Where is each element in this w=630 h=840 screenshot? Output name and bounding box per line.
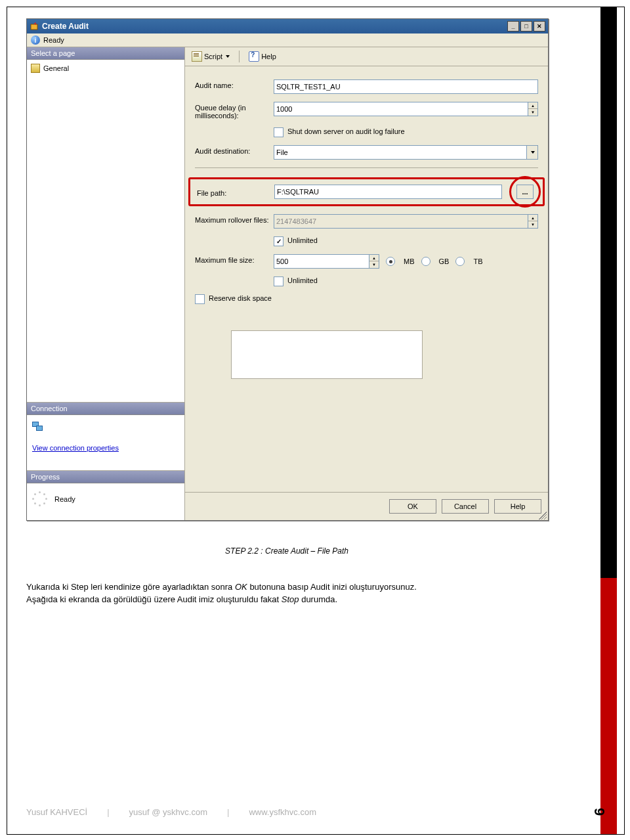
ok-button[interactable]: OK bbox=[389, 499, 436, 514]
chevron-down-icon bbox=[226, 55, 230, 58]
shutdown-label: Shut down server on audit log failure bbox=[287, 127, 405, 135]
footer-email: yusuf @ yskhvc.com bbox=[129, 807, 207, 817]
titlebar[interactable]: Create Audit _ □ ✕ bbox=[27, 19, 548, 33]
dest-label: Audit destination: bbox=[195, 145, 274, 155]
connection-header: Connection bbox=[27, 403, 184, 415]
script-button[interactable]: Script bbox=[189, 50, 232, 63]
right-pane: Script Help Audit name: Queue delay (in … bbox=[185, 47, 548, 520]
max-rollover-label: Maximum rollover files: bbox=[195, 214, 274, 224]
cancel-button[interactable]: Cancel bbox=[442, 499, 489, 514]
dest-combo-btn[interactable] bbox=[527, 145, 538, 160]
help-icon bbox=[249, 51, 259, 62]
unlimited-rollover-checkbox[interactable] bbox=[274, 236, 284, 246]
progress-label: Ready bbox=[54, 495, 75, 503]
toolbar-sep bbox=[239, 51, 240, 62]
filepath-label: File path: bbox=[197, 187, 274, 197]
radio-tb[interactable] bbox=[455, 257, 465, 266]
unlimited-size-label: Unlimited bbox=[287, 276, 318, 284]
blank-box bbox=[231, 330, 423, 379]
spinner-icon bbox=[32, 491, 48, 507]
status-text: Ready bbox=[43, 36, 64, 44]
right-stripe-black bbox=[600, 7, 617, 578]
queue-delay-label: Queue delay (in milliseconds): bbox=[195, 102, 274, 120]
browse-circle: ... bbox=[509, 176, 541, 208]
radio-gb[interactable] bbox=[421, 257, 430, 266]
audit-icon bbox=[30, 22, 39, 31]
audit-name-label: Audit name: bbox=[195, 79, 274, 89]
sidebar-item-general[interactable]: General bbox=[30, 62, 182, 74]
max-rollover-input bbox=[274, 214, 528, 229]
reserve-checkbox[interactable] bbox=[195, 294, 205, 304]
close-button[interactable]: ✕ bbox=[534, 21, 545, 32]
max-file-label: Maximum file size: bbox=[195, 254, 274, 264]
create-audit-dialog: Create Audit _ □ ✕ i Ready Select a page… bbox=[26, 18, 549, 521]
browse-button[interactable]: ... bbox=[516, 185, 534, 199]
help-button[interactable]: Help bbox=[246, 50, 279, 63]
footer: Yusuf KAHVECİ | yusuf @ yskhvc.com | www… bbox=[26, 803, 604, 820]
page-list: General bbox=[27, 60, 184, 402]
maxfile-spin[interactable]: ▲▼ bbox=[369, 254, 379, 269]
maximize-button[interactable]: □ bbox=[520, 21, 532, 32]
minimize-button[interactable]: _ bbox=[507, 21, 519, 32]
connection-panel: Connection View connection properties bbox=[27, 402, 184, 470]
reserve-label: Reserve disk space bbox=[209, 294, 272, 302]
resize-grip[interactable] bbox=[539, 512, 547, 519]
radio-mb[interactable] bbox=[386, 257, 395, 266]
queue-spin[interactable]: ▲▼ bbox=[528, 102, 538, 116]
svg-rect-0 bbox=[31, 24, 37, 30]
page-number: 6 bbox=[591, 808, 608, 816]
right-stripe-red bbox=[600, 578, 617, 834]
unlimited-size-checkbox[interactable] bbox=[274, 276, 284, 286]
connection-icon bbox=[32, 422, 43, 431]
dest-combo[interactable] bbox=[274, 145, 527, 160]
progress-header: Progress bbox=[27, 471, 184, 483]
shutdown-checkbox[interactable] bbox=[274, 127, 284, 137]
titlebar-buttons: _ □ ✕ bbox=[507, 21, 545, 32]
form-toolbar: Script Help bbox=[185, 47, 548, 66]
progress-panel: Progress Ready bbox=[27, 470, 184, 520]
rollover-spin: ▲▼ bbox=[528, 214, 538, 229]
audit-name-input[interactable] bbox=[274, 79, 538, 94]
separator bbox=[195, 167, 538, 168]
footer-author: Yusuf KAHVECİ bbox=[26, 807, 87, 817]
body-text: Yukarıda ki Step leri kendinize göre aya… bbox=[26, 581, 584, 606]
filepath-highlight: File path: ... bbox=[188, 177, 545, 206]
window-title: Create Audit bbox=[42, 22, 89, 31]
help-button-bottom[interactable]: Help bbox=[494, 499, 541, 514]
info-icon: i bbox=[31, 35, 40, 45]
unlimited-rollover-label: Unlimited bbox=[287, 236, 318, 244]
button-bar: OK Cancel Help bbox=[185, 492, 548, 520]
footer-site: www.ysfkhvc.com bbox=[249, 807, 316, 817]
status-bar: i Ready bbox=[27, 33, 548, 47]
dialog-body: Select a page General Connection View co… bbox=[27, 47, 548, 520]
select-page-header: Select a page bbox=[27, 47, 184, 60]
queue-delay-input[interactable] bbox=[274, 102, 528, 116]
sidebar-item-label: General bbox=[43, 64, 69, 72]
figure-caption: STEP 2.2 : Create Audit – File Path bbox=[26, 546, 547, 556]
left-pane: Select a page General Connection View co… bbox=[27, 47, 185, 520]
script-icon bbox=[192, 51, 202, 62]
general-icon bbox=[31, 64, 40, 73]
view-connection-link[interactable]: View connection properties bbox=[32, 444, 119, 452]
form-area: Audit name: Queue delay (in milliseconds… bbox=[185, 66, 548, 492]
filepath-input[interactable] bbox=[274, 185, 502, 199]
max-file-input[interactable] bbox=[274, 254, 369, 269]
